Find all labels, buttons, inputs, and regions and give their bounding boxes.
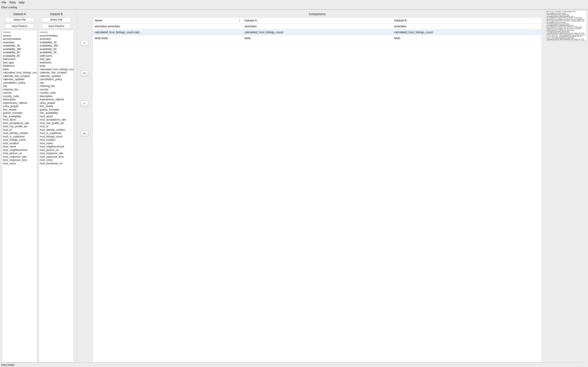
list-item[interactable]: calculated_host_listings_count — [2, 71, 37, 75]
add-one-button[interactable]: > — [80, 40, 88, 46]
list-item[interactable]: calendar_updated — [39, 75, 74, 78]
list-item[interactable]: first_review — [39, 105, 74, 108]
list-item[interactable]: availability_30 — [39, 41, 74, 44]
list-item[interactable]: bed_type — [39, 58, 74, 61]
list-item[interactable]: host_location — [39, 138, 74, 142]
list-item[interactable]: host_thumbnail_url — [39, 162, 74, 165]
tab-data-detail[interactable]: Data Detail — [0, 363, 16, 367]
list-item[interactable]: host_listings_count — [2, 138, 37, 142]
list-item[interactable]: country_code — [2, 95, 37, 98]
list-item[interactable]: host_identity_verified — [2, 132, 37, 135]
list-item[interactable]: host_name — [39, 142, 74, 145]
list-item[interactable]: host_picture_url — [2, 152, 37, 155]
list-item[interactable]: first_review — [2, 108, 37, 111]
list-item[interactable]: extra_people — [39, 101, 74, 105]
dataset-a-listbox[interactable]: =====accessaccommodatesamenitiesavailabi… — [2, 30, 37, 363]
list-item[interactable]: ===== — [2, 31, 37, 34]
list-item[interactable]: cancellation_policy — [39, 78, 74, 81]
col-header-dataset-b[interactable]: Dataset B — [392, 17, 542, 24]
list-item[interactable]: host_response_rate — [2, 155, 37, 159]
list-item[interactable]: bathrooms — [39, 54, 74, 58]
list-item[interactable]: amenities — [39, 37, 74, 41]
list-item[interactable]: calculated_host_listings_count — [39, 68, 74, 71]
input-params-b-button[interactable]: Input Params — [42, 24, 71, 28]
list-item[interactable]: availability_30 — [2, 44, 37, 48]
list-item[interactable]: availability_60 — [2, 51, 37, 54]
list-item[interactable]: accommodates — [2, 37, 37, 41]
list-item[interactable]: availability_90 — [39, 51, 74, 54]
tab-data-loading[interactable]: Data Loading — [0, 5, 19, 9]
list-item[interactable]: host_id — [39, 125, 74, 128]
table-row[interactable]: amenities-amenitiesamenitiesamenities — [93, 24, 542, 29]
list-item[interactable]: calendar_updated — [2, 78, 37, 81]
list-item[interactable]: country_code — [39, 91, 74, 95]
list-item[interactable]: host_has_profile_pic — [39, 122, 74, 125]
list-item[interactable]: host_is_superhost — [39, 132, 74, 135]
list-item[interactable]: host_acceptance_rate — [2, 122, 37, 125]
list-item[interactable]: bed_type — [2, 61, 37, 64]
list-item[interactable]: bedrooms — [39, 61, 74, 64]
list-item[interactable]: guests_included — [39, 108, 74, 111]
list-item[interactable]: host_response_time — [2, 158, 37, 162]
list-item[interactable]: host_has_profile_pic — [2, 125, 37, 128]
list-item[interactable]: has_availability — [39, 111, 74, 115]
list-item[interactable]: host_is_superhost — [2, 135, 37, 138]
list-item[interactable]: guests_included — [2, 111, 37, 115]
list-item[interactable]: calendar_last_scraped — [39, 71, 74, 75]
table-row[interactable]: beds-bedsbedsbeds — [93, 35, 542, 41]
list-item[interactable]: bathrooms — [2, 58, 37, 61]
col-header-name[interactable]: Name ▼ — [93, 17, 242, 24]
list-item[interactable]: host_picture_url — [39, 149, 74, 152]
list-item[interactable]: host_id — [2, 128, 37, 132]
list-item[interactable]: host_response_time — [39, 155, 74, 159]
list-item[interactable]: ===== — [39, 31, 74, 34]
list-item[interactable]: host_about — [39, 115, 74, 118]
list-item[interactable]: availability_60 — [39, 48, 74, 51]
list-item[interactable]: accommodates — [39, 34, 74, 38]
log-box[interactable]: 2021-07-29 17:27:46,850 - Creating datas… — [545, 10, 587, 41]
list-item[interactable]: city — [2, 84, 37, 88]
list-item[interactable]: host_neighbourhood — [2, 149, 37, 152]
list-item[interactable]: description — [2, 98, 37, 101]
list-item[interactable]: host_acceptance_rate — [39, 118, 74, 122]
list-item[interactable]: bedrooms — [2, 64, 37, 68]
list-item[interactable]: host_identity_verified — [39, 128, 74, 132]
list-item[interactable]: host_location — [2, 142, 37, 145]
list-item[interactable]: host_since — [2, 162, 37, 165]
select-file-a-button[interactable]: Select File — [5, 17, 34, 22]
list-item[interactable]: beds — [39, 64, 74, 68]
select-file-b-button[interactable]: Select File — [42, 17, 71, 22]
list-item[interactable]: country — [39, 88, 74, 91]
list-item[interactable]: host_since — [39, 158, 74, 162]
list-item[interactable]: experiences_offered — [39, 98, 74, 101]
list-item[interactable]: cancellation_policy — [2, 81, 37, 85]
remove-all-button[interactable]: << — [80, 131, 88, 136]
list-item[interactable]: extra_people — [2, 105, 37, 108]
menu-file[interactable]: File — [2, 1, 6, 4]
col-header-dataset-a[interactable]: Dataset A — [242, 17, 392, 24]
list-item[interactable]: host_response_rate — [39, 152, 74, 155]
list-item[interactable]: experiences_offered — [2, 101, 37, 105]
list-item[interactable]: host_about — [2, 118, 37, 122]
list-item[interactable]: cleaning_fee — [2, 88, 37, 91]
list-item[interactable]: has_availability — [2, 115, 37, 118]
list-item[interactable]: cleaning_fee — [39, 84, 74, 88]
list-item[interactable]: access — [2, 34, 37, 38]
input-params-a-button[interactable]: Input Params — [5, 24, 34, 28]
menu-help[interactable]: Help — [18, 1, 25, 4]
list-item[interactable]: host_neighbourhood — [39, 145, 74, 149]
list-item[interactable]: availability_90 — [2, 54, 37, 58]
menu-tools[interactable]: Tools — [9, 1, 16, 4]
table-row[interactable]: calculated_host_listings_count-calc…calc… — [93, 29, 542, 35]
list-item[interactable]: host_name — [2, 145, 37, 149]
list-item[interactable]: availability_365 — [2, 48, 37, 51]
list-item[interactable]: amenities — [2, 41, 37, 44]
remove-one-button[interactable]: < — [80, 100, 88, 106]
list-item[interactable]: country — [2, 91, 37, 95]
list-item[interactable]: availability_365 — [39, 44, 74, 48]
list-item[interactable]: calendar_last_scraped — [2, 75, 37, 78]
list-item[interactable]: description — [39, 95, 74, 98]
list-item[interactable]: city — [39, 81, 74, 85]
list-item[interactable]: host_listings_count — [39, 135, 74, 138]
add-all-button[interactable]: >> — [80, 70, 88, 76]
